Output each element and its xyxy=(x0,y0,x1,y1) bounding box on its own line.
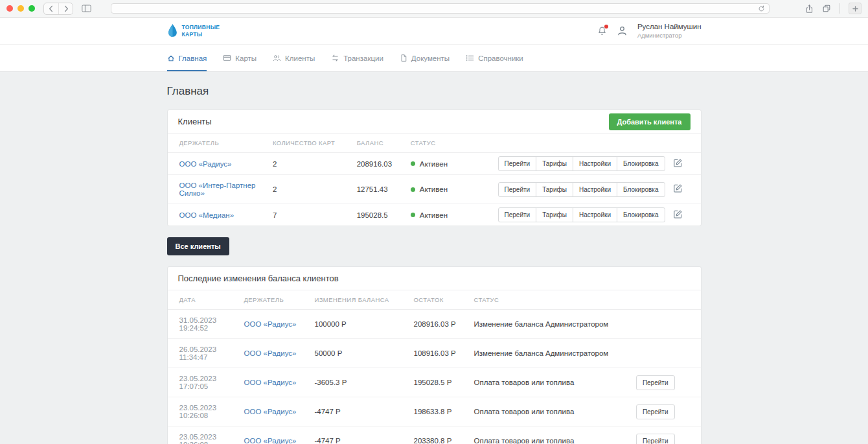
edit-icon[interactable] xyxy=(673,158,683,170)
balance-change: -4747 Р xyxy=(315,397,414,426)
client-tariffs-button[interactable]: Тарифы xyxy=(536,207,573,222)
client-balance: 208916.03 xyxy=(357,153,411,175)
client-settings-button[interactable]: Настройки xyxy=(573,207,617,222)
browser-back-button[interactable] xyxy=(44,3,58,14)
status-dot-icon xyxy=(411,161,415,166)
client-tariffs-button[interactable]: Тарифы xyxy=(536,156,573,171)
tab-label: Карты xyxy=(235,54,257,62)
balance-status: Оплата товаров или топлива xyxy=(474,397,617,426)
tab-documents[interactable]: Документы xyxy=(400,45,450,71)
browser-toolbar-right xyxy=(805,3,862,14)
balance-rest: 108916.03 Р xyxy=(414,339,474,368)
close-window-button[interactable] xyxy=(6,5,13,12)
balance-rest: 198633.8 Р xyxy=(414,397,474,426)
clients-icon xyxy=(273,54,281,62)
reload-icon[interactable] xyxy=(758,5,765,12)
client-block-button[interactable]: Блокировка xyxy=(617,182,665,197)
zoom-window-button[interactable] xyxy=(29,5,35,12)
home-icon xyxy=(167,54,175,62)
balance-go-button[interactable]: Перейти xyxy=(636,375,675,390)
balance-card-title: Последние изменения баланса клиентов xyxy=(178,274,339,283)
user-avatar-icon[interactable] xyxy=(617,25,628,36)
page-title: Главная xyxy=(167,85,702,98)
tabs-overview-icon[interactable] xyxy=(822,4,831,13)
client-holder-link[interactable]: ООО «Медиан» xyxy=(179,211,234,219)
balance-row: 23.05.2023 10:26:08ООО «Радиус»-4747 Р20… xyxy=(168,426,701,444)
browser-forward-button[interactable] xyxy=(58,3,73,14)
share-icon[interactable] xyxy=(805,4,814,14)
column-header: КОЛИЧЕСТВО КАРТ xyxy=(273,134,357,153)
column-header: ДЕРЖАТЕЛЬ xyxy=(168,134,273,153)
client-balance: 195028.5 xyxy=(357,204,411,226)
user-role: Администратор xyxy=(637,32,702,40)
client-block-button[interactable]: Блокировка xyxy=(617,207,665,222)
browser-sidebar-button[interactable] xyxy=(79,3,93,14)
client-go-button[interactable]: Перейти xyxy=(498,156,537,171)
column-header: БАЛАНС xyxy=(357,134,411,153)
new-tab-button[interactable] xyxy=(849,3,862,14)
column-header: ИЗМЕНЕНИЯ БАЛАНСА xyxy=(315,290,414,310)
column-header: ОСТАТОК xyxy=(414,290,474,310)
browser-url-bar[interactable] xyxy=(111,3,770,14)
balance-holder-link[interactable]: ООО «Радиус» xyxy=(244,437,297,444)
notification-badge xyxy=(604,25,608,29)
balance-go-button[interactable]: Перейти xyxy=(636,404,675,419)
user-menu[interactable]: Руслан Наймушин Администратор xyxy=(637,22,702,40)
app-logo[interactable]: ТОПЛИВНЫЕ КАРТЫ xyxy=(167,23,220,38)
water-drop-icon xyxy=(167,23,178,38)
tab-label: Главная xyxy=(179,54,207,62)
balance-status: Изменение баланса Администратором xyxy=(474,310,617,339)
minimize-window-button[interactable] xyxy=(17,5,24,12)
main-nav-items: ГлавнаяКартыКлиентыТранзакцииДокументыСп… xyxy=(167,45,702,71)
client-cards-count: 7 xyxy=(273,204,357,226)
cards-icon xyxy=(223,54,231,62)
client-holder-link[interactable]: ООО «Радиус» xyxy=(179,160,232,168)
notifications-button[interactable] xyxy=(597,26,607,36)
all-clients-button[interactable]: Все клиенты xyxy=(167,237,229,255)
balance-date: 23.05.2023 10:26:08 xyxy=(168,426,244,444)
balance-holder-link[interactable]: ООО «Радиус» xyxy=(244,320,297,328)
app-header: ТОПЛИВНЫЕ КАРТЫ Руслан Наймушин Админист… xyxy=(0,18,868,44)
balance-holder-link[interactable]: ООО «Радиус» xyxy=(244,408,297,415)
tab-label: Клиенты xyxy=(285,54,315,62)
client-holder-link[interactable]: ООО «Интер-Партнер Силко» xyxy=(179,181,256,197)
browser-history-buttons xyxy=(43,3,73,15)
toolbar-divider xyxy=(839,3,840,14)
client-block-button[interactable]: Блокировка xyxy=(617,156,665,171)
clients-table-body: ООО «Радиус»2208916.03АктивенПерейтиТари… xyxy=(168,153,701,226)
balance-date: 23.05.2023 10:26:08 xyxy=(168,397,244,426)
chevron-left-icon xyxy=(49,5,54,12)
client-go-button[interactable]: Перейти xyxy=(498,207,537,222)
user-name: Руслан Наймушин xyxy=(637,22,702,31)
balance-go-button[interactable]: Перейти xyxy=(636,434,675,444)
status-dot-icon xyxy=(411,213,415,217)
clients-card: Клиенты Добавить клиента ДЕРЖАТЕЛЬКОЛИЧЕ… xyxy=(167,110,702,226)
tab-label: Документы xyxy=(411,54,450,62)
balance-change: 100000 Р xyxy=(315,310,414,339)
balance-status: Оплата товаров или топлива xyxy=(474,426,617,444)
client-go-button[interactable]: Перейти xyxy=(498,182,537,197)
tab-clients[interactable]: Клиенты xyxy=(273,45,315,71)
balance-table-body: 31.05.2023 19:24:52ООО «Радиус»100000 Р2… xyxy=(168,310,701,444)
balance-holder-link[interactable]: ООО «Радиус» xyxy=(244,349,297,357)
tab-cards[interactable]: Карты xyxy=(223,45,257,71)
add-client-button[interactable]: Добавить клиента xyxy=(609,113,691,130)
balance-change: -4747 Р xyxy=(315,426,414,444)
client-settings-button[interactable]: Настройки xyxy=(573,182,617,197)
chevron-right-icon xyxy=(63,5,69,12)
tab-transactions[interactable]: Транзакции xyxy=(331,45,383,71)
balance-rest: 203380.8 Р xyxy=(414,426,474,444)
column-header-actions xyxy=(498,134,701,153)
edit-icon[interactable] xyxy=(673,209,683,221)
edit-icon[interactable] xyxy=(673,183,683,195)
client-cards-count: 2 xyxy=(273,153,357,175)
tab-home[interactable]: Главная xyxy=(167,45,207,71)
balance-change: 50000 Р xyxy=(315,339,414,368)
column-header: СТАТУС xyxy=(474,290,701,310)
client-tariffs-button[interactable]: Тарифы xyxy=(536,182,573,197)
balance-row: 23.05.2023 10:26:08ООО «Радиус»-4747 Р19… xyxy=(168,397,701,426)
client-settings-button[interactable]: Настройки xyxy=(573,156,617,171)
tab-directories[interactable]: Справочники xyxy=(466,45,523,71)
balance-holder-link[interactable]: ООО «Радиус» xyxy=(244,379,297,386)
client-balance: 12751.43 xyxy=(357,175,411,204)
